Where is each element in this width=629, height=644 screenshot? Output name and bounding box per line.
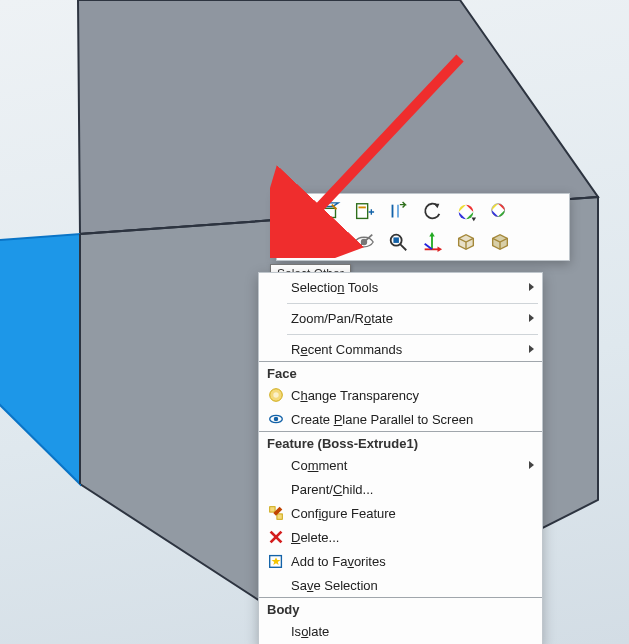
blank-icon	[265, 574, 287, 596]
menu-item-recent-commands[interactable]: Recent Commands	[259, 337, 542, 361]
svg-marker-38	[272, 557, 281, 565]
svg-point-11	[463, 209, 469, 215]
menu-item-label: Isolate	[291, 624, 524, 639]
menu-item-label: Configure Feature	[291, 506, 524, 521]
move-triad-icon[interactable]	[419, 229, 445, 255]
svg-marker-9	[434, 204, 440, 209]
context-menu: Selection Tools Zoom/Pan/Rotate Recent C…	[258, 272, 543, 644]
menu-item-selection-tools[interactable]: Selection Tools	[259, 275, 542, 299]
body-appearance-icon[interactable]	[487, 199, 513, 225]
menu-item-save-selection[interactable]: Save Selection	[259, 573, 542, 597]
menu-item-label: Selection Tools	[291, 280, 524, 295]
svg-point-30	[273, 392, 278, 397]
menu-item-label: Add to Favorites	[291, 554, 524, 569]
svg-marker-27	[438, 247, 443, 253]
menu-section-body: Body	[259, 597, 542, 619]
menu-section-header: Feature (Boss-Extrude1)	[259, 432, 542, 453]
svg-rect-34	[277, 514, 282, 519]
solid-display-icon[interactable]	[487, 229, 513, 255]
chevron-right-icon	[529, 283, 534, 291]
box-display-icon[interactable]	[453, 229, 479, 255]
blank-icon	[265, 276, 287, 298]
svg-rect-23	[393, 237, 399, 243]
menu-item-change-transparency[interactable]: Change Transparency	[259, 383, 542, 407]
context-toolbar	[276, 193, 570, 261]
blank-icon	[265, 620, 287, 642]
appearance-icon[interactable]	[453, 199, 479, 225]
menu-item-label: Recent Commands	[291, 342, 524, 357]
svg-point-32	[274, 417, 279, 422]
menu-item-label: Comment	[291, 458, 524, 473]
menu-item-label: Change Transparency	[291, 388, 524, 403]
sketch-icon[interactable]	[317, 199, 343, 225]
blank-icon	[265, 478, 287, 500]
menu-item-parent-child[interactable]: Parent/Child...	[259, 477, 542, 501]
menu-item-label: Save Selection	[291, 578, 524, 593]
menu-item-create-plane-parallel[interactable]: Create Plane Parallel to Screen	[259, 407, 542, 431]
import-dxf-icon[interactable]	[351, 199, 377, 225]
menu-item-isolate[interactable]: Isolate	[259, 619, 542, 643]
normal-to-icon[interactable]	[317, 229, 343, 255]
chevron-right-icon	[529, 345, 534, 353]
menu-section-header: Face	[259, 362, 542, 383]
configure-feature-icon	[265, 502, 287, 524]
chevron-right-icon	[529, 461, 534, 469]
svg-rect-33	[270, 507, 275, 512]
menu-section-header: Body	[259, 598, 542, 619]
plane-parallel-icon	[265, 408, 287, 430]
menu-item-label: Zoom/Pan/Rotate	[291, 311, 524, 326]
blank-icon	[265, 307, 287, 329]
undo-icon[interactable]	[419, 199, 445, 225]
svg-rect-7	[357, 204, 368, 219]
menu-item-label: Create Plane Parallel to Screen	[291, 412, 524, 427]
delete-icon	[265, 526, 287, 548]
menu-item-zoom-pan-rotate[interactable]: Zoom/Pan/Rotate	[259, 306, 542, 330]
menu-item-label: Parent/Child...	[291, 482, 524, 497]
menu-section-face: Face	[259, 361, 542, 383]
transparency-icon	[265, 384, 287, 406]
svg-rect-8	[359, 207, 366, 209]
blank-icon	[265, 338, 287, 360]
menu-item-add-to-favorites[interactable]: Add to Favorites	[259, 549, 542, 573]
context-toolbar-row-1	[283, 197, 563, 227]
zoom-to-selection-icon[interactable]	[385, 229, 411, 255]
blank-icon	[265, 454, 287, 476]
menu-item-configure-feature[interactable]: Configure Feature	[259, 501, 542, 525]
svg-marker-25	[429, 232, 435, 237]
menu-item-label: Delete...	[291, 530, 524, 545]
select-other-icon[interactable]	[283, 229, 309, 255]
hide-icon[interactable]	[351, 229, 377, 255]
context-toolbar-row-2	[283, 227, 563, 257]
offset-entities-icon[interactable]	[385, 199, 411, 225]
svg-rect-6	[323, 208, 336, 217]
svg-point-14	[496, 208, 501, 213]
svg-marker-18	[327, 232, 333, 236]
favorites-icon	[265, 550, 287, 572]
svg-line-5	[303, 208, 306, 211]
zoom-to-fit-icon[interactable]	[283, 199, 309, 225]
svg-marker-2	[0, 234, 80, 484]
svg-marker-12	[472, 218, 477, 222]
menu-item-delete[interactable]: Delete...	[259, 525, 542, 549]
svg-line-22	[400, 244, 406, 250]
chevron-right-icon	[529, 314, 534, 322]
menu-section-feature: Feature (Boss-Extrude1)	[259, 431, 542, 453]
menu-item-comment[interactable]: Comment	[259, 453, 542, 477]
